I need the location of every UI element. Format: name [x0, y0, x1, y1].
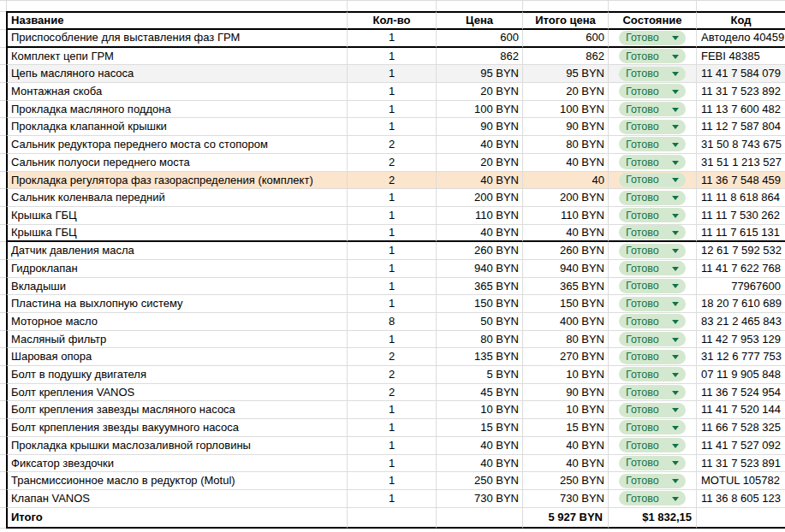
cell-total[interactable]: 365 BYN [522, 278, 608, 296]
cell-qty[interactable]: 1 [347, 331, 436, 349]
cell-total[interactable]: 10 BYN [522, 366, 608, 384]
column-header-status[interactable]: Состояние [608, 11, 696, 30]
cell-price[interactable]: 40 BYN [436, 225, 522, 243]
cell-status[interactable]: Готово [608, 101, 696, 119]
cell-total[interactable]: 862 [522, 48, 608, 66]
cell-total[interactable]: 260 BYN [522, 242, 608, 260]
status-dropdown[interactable]: Готово [619, 297, 686, 311]
cell-code[interactable]: 11 41 7 622 768 [696, 260, 785, 278]
cell-total[interactable]: 40 BYN [522, 154, 608, 172]
cell-name[interactable]: Трансмиссионное масло в редуктор (Motul) [6, 472, 347, 490]
cell-code[interactable]: 31 50 8 743 675 [696, 136, 785, 154]
column-header-total[interactable]: Итого цена [522, 11, 608, 30]
cell-code[interactable]: 11 36 8 605 123 [696, 490, 785, 508]
status-dropdown[interactable]: Готово [619, 173, 686, 187]
cell-name[interactable]: Цепь масляного насоса [6, 65, 347, 83]
cell-name[interactable]: Монтажная скоба [6, 83, 347, 101]
cell-code[interactable]: 11 13 7 600 482 [696, 101, 785, 119]
cell-status[interactable]: Готово [608, 295, 696, 313]
cell-code[interactable]: 77967600 [696, 278, 785, 296]
status-dropdown[interactable]: Готово [619, 350, 686, 364]
cell-qty[interactable]: 2 [347, 172, 436, 190]
cell-status[interactable]: Готово [608, 419, 696, 437]
cell-total[interactable]: 940 BYN [522, 260, 608, 278]
totals-usd-value[interactable]: $1 832,15 [608, 508, 696, 529]
cell-code[interactable]: 18 20 7 610 689 [696, 295, 785, 313]
cell-total[interactable]: 600 [522, 30, 608, 48]
cell-status[interactable]: Готово [608, 154, 696, 172]
status-dropdown[interactable]: Готово [619, 137, 686, 151]
cell-price[interactable]: 365 BYN [436, 278, 522, 296]
status-dropdown[interactable]: Готово [619, 102, 686, 116]
cell-total[interactable]: 20 BYN [522, 83, 608, 101]
cell-price[interactable]: 80 BYN [436, 331, 522, 349]
cell-price[interactable]: 20 BYN [436, 154, 522, 172]
cell-qty[interactable]: 1 [347, 83, 436, 101]
cell-name[interactable]: Клапан VANOS [6, 490, 347, 508]
cell-status[interactable]: Готово [608, 384, 696, 402]
totals-byn-value[interactable]: 5 927 BYN [522, 508, 608, 529]
cell-name[interactable]: Болт крепления завезды масляного насоса [6, 401, 347, 419]
cell-total[interactable]: 40 BYN [522, 455, 608, 473]
cell-code[interactable]: 11 41 7 520 144 [696, 401, 785, 419]
cell-qty[interactable]: 1 [347, 260, 436, 278]
cell-name[interactable]: Масляный фильтр [6, 331, 347, 349]
cell-qty[interactable]: 1 [347, 189, 436, 207]
cell-status[interactable]: Готово [608, 30, 696, 48]
cell-code[interactable]: 11 36 7 524 954 [696, 384, 785, 402]
cell-price[interactable]: 260 BYN [436, 242, 522, 260]
cell-qty[interactable]: 1 [347, 401, 436, 419]
cell-code[interactable]: 11 41 7 584 079 [696, 65, 785, 83]
cell-status[interactable]: Готово [608, 189, 696, 207]
cell-name[interactable]: Прокладка клапанной крышки [6, 118, 347, 136]
cell-name[interactable]: Гидроклапан [6, 260, 347, 278]
cell-code[interactable]: 12 61 7 592 532 [696, 242, 785, 260]
cell-price[interactable]: 50 BYN [436, 313, 522, 331]
totals-qty-cell[interactable] [347, 508, 436, 529]
cell-total[interactable]: 95 BYN [522, 65, 608, 83]
cell-status[interactable]: Готово [608, 401, 696, 419]
cell-qty[interactable]: 1 [347, 419, 436, 437]
cell-status[interactable]: Готово [608, 437, 696, 455]
cell-total[interactable]: 150 BYN [522, 295, 608, 313]
cell-price[interactable]: 862 [436, 48, 522, 66]
cell-name[interactable]: Комплект цепи ГРМ [6, 48, 347, 66]
cell-qty[interactable]: 1 [347, 278, 436, 296]
cell-total[interactable]: 15 BYN [522, 419, 608, 437]
cell-price[interactable]: 135 BYN [436, 348, 522, 366]
cell-name[interactable]: Сальник редуктора переднего моста со сто… [6, 136, 347, 154]
cell-status[interactable]: Готово [608, 331, 696, 349]
cell-price[interactable]: 250 BYN [436, 472, 522, 490]
cell-qty[interactable]: 2 [347, 384, 436, 402]
cell-status[interactable]: Готово [608, 48, 696, 66]
status-dropdown[interactable]: Готово [619, 367, 686, 381]
cell-qty[interactable]: 1 [347, 30, 436, 48]
cell-total[interactable]: 90 BYN [522, 384, 608, 402]
cell-total[interactable]: 80 BYN [522, 136, 608, 154]
column-header-qty[interactable]: Кол-во [347, 11, 436, 30]
cell-total[interactable]: 730 BYN [522, 490, 608, 508]
cell-total[interactable]: 100 BYN [522, 101, 608, 119]
cell-status[interactable]: Готово [608, 136, 696, 154]
status-dropdown[interactable]: Готово [619, 420, 686, 434]
cell-total[interactable]: 250 BYN [522, 472, 608, 490]
cell-total[interactable]: 200 BYN [522, 189, 608, 207]
cell-qty[interactable]: 2 [347, 348, 436, 366]
cell-name[interactable]: Прокладка крышки маслозаливной горловины [6, 437, 347, 455]
status-dropdown[interactable]: Готово [619, 279, 686, 293]
totals-price-cell[interactable] [436, 508, 522, 529]
status-dropdown[interactable]: Готово [619, 261, 686, 275]
cell-name[interactable]: Прокладка регулятора фаз газораспределен… [6, 172, 347, 190]
cell-price[interactable]: 15 BYN [436, 419, 522, 437]
cell-price[interactable]: 40 BYN [436, 136, 522, 154]
status-dropdown[interactable]: Готово [619, 67, 686, 81]
cell-qty[interactable]: 1 [347, 101, 436, 119]
cell-status[interactable]: Готово [608, 455, 696, 473]
cell-price[interactable]: 45 BYN [436, 384, 522, 402]
cell-code[interactable]: FEBI 48385 [696, 48, 785, 66]
totals-code-cell[interactable] [696, 508, 785, 529]
cell-code[interactable]: 11 11 7 530 262 [696, 207, 785, 225]
cell-status[interactable]: Готово [608, 83, 696, 101]
cell-code[interactable]: 11 31 7 523 892 [696, 83, 785, 101]
cell-qty[interactable]: 8 [347, 313, 436, 331]
